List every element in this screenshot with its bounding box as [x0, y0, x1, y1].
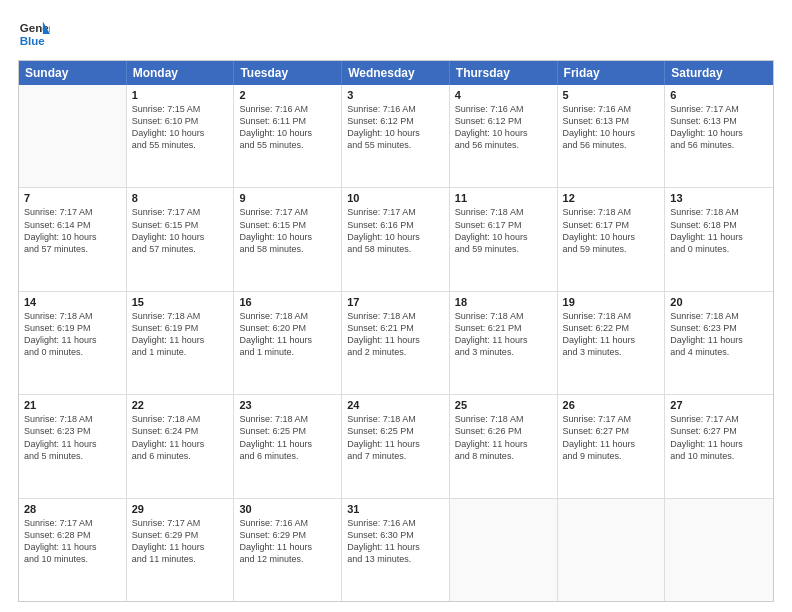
day-info: Sunrise: 7:17 AM Sunset: 6:28 PM Dayligh…	[24, 517, 121, 566]
day-number: 5	[563, 89, 660, 101]
day-number: 9	[239, 192, 336, 204]
weekday-header: Sunday	[19, 61, 127, 85]
calendar-cell: 5Sunrise: 7:16 AM Sunset: 6:13 PM Daylig…	[558, 85, 666, 187]
day-info: Sunrise: 7:18 AM Sunset: 6:26 PM Dayligh…	[455, 413, 552, 462]
day-info: Sunrise: 7:18 AM Sunset: 6:23 PM Dayligh…	[24, 413, 121, 462]
day-number: 2	[239, 89, 336, 101]
calendar-cell: 10Sunrise: 7:17 AM Sunset: 6:16 PM Dayli…	[342, 188, 450, 290]
day-number: 18	[455, 296, 552, 308]
day-info: Sunrise: 7:17 AM Sunset: 6:15 PM Dayligh…	[239, 206, 336, 255]
day-info: Sunrise: 7:18 AM Sunset: 6:17 PM Dayligh…	[455, 206, 552, 255]
calendar-cell: 20Sunrise: 7:18 AM Sunset: 6:23 PM Dayli…	[665, 292, 773, 394]
day-number: 31	[347, 503, 444, 515]
calendar: SundayMondayTuesdayWednesdayThursdayFrid…	[18, 60, 774, 602]
day-number: 4	[455, 89, 552, 101]
calendar-row: 28Sunrise: 7:17 AM Sunset: 6:28 PM Dayli…	[19, 499, 773, 601]
calendar-cell: 22Sunrise: 7:18 AM Sunset: 6:24 PM Dayli…	[127, 395, 235, 497]
day-info: Sunrise: 7:18 AM Sunset: 6:19 PM Dayligh…	[132, 310, 229, 359]
calendar-cell: 9Sunrise: 7:17 AM Sunset: 6:15 PM Daylig…	[234, 188, 342, 290]
calendar-row: 21Sunrise: 7:18 AM Sunset: 6:23 PM Dayli…	[19, 395, 773, 498]
calendar-cell: 19Sunrise: 7:18 AM Sunset: 6:22 PM Dayli…	[558, 292, 666, 394]
calendar-cell: 30Sunrise: 7:16 AM Sunset: 6:29 PM Dayli…	[234, 499, 342, 601]
day-info: Sunrise: 7:16 AM Sunset: 6:11 PM Dayligh…	[239, 103, 336, 152]
day-info: Sunrise: 7:17 AM Sunset: 6:29 PM Dayligh…	[132, 517, 229, 566]
day-number: 19	[563, 296, 660, 308]
day-info: Sunrise: 7:17 AM Sunset: 6:16 PM Dayligh…	[347, 206, 444, 255]
day-info: Sunrise: 7:17 AM Sunset: 6:27 PM Dayligh…	[563, 413, 660, 462]
header: General Blue	[18, 18, 774, 50]
weekday-header: Tuesday	[234, 61, 342, 85]
calendar-cell: 2Sunrise: 7:16 AM Sunset: 6:11 PM Daylig…	[234, 85, 342, 187]
day-number: 17	[347, 296, 444, 308]
day-info: Sunrise: 7:16 AM Sunset: 6:29 PM Dayligh…	[239, 517, 336, 566]
calendar-cell: 8Sunrise: 7:17 AM Sunset: 6:15 PM Daylig…	[127, 188, 235, 290]
day-number: 6	[670, 89, 768, 101]
day-info: Sunrise: 7:16 AM Sunset: 6:13 PM Dayligh…	[563, 103, 660, 152]
day-number: 28	[24, 503, 121, 515]
calendar-cell: 13Sunrise: 7:18 AM Sunset: 6:18 PM Dayli…	[665, 188, 773, 290]
calendar-cell: 28Sunrise: 7:17 AM Sunset: 6:28 PM Dayli…	[19, 499, 127, 601]
logo: General Blue	[18, 18, 50, 50]
day-info: Sunrise: 7:16 AM Sunset: 6:30 PM Dayligh…	[347, 517, 444, 566]
day-info: Sunrise: 7:17 AM Sunset: 6:27 PM Dayligh…	[670, 413, 768, 462]
day-info: Sunrise: 7:18 AM Sunset: 6:17 PM Dayligh…	[563, 206, 660, 255]
weekday-header: Saturday	[665, 61, 773, 85]
calendar-cell	[19, 85, 127, 187]
day-number: 15	[132, 296, 229, 308]
calendar-row: 7Sunrise: 7:17 AM Sunset: 6:14 PM Daylig…	[19, 188, 773, 291]
day-number: 20	[670, 296, 768, 308]
day-number: 26	[563, 399, 660, 411]
day-info: Sunrise: 7:18 AM Sunset: 6:23 PM Dayligh…	[670, 310, 768, 359]
calendar-cell: 1Sunrise: 7:15 AM Sunset: 6:10 PM Daylig…	[127, 85, 235, 187]
calendar-cell: 24Sunrise: 7:18 AM Sunset: 6:25 PM Dayli…	[342, 395, 450, 497]
day-info: Sunrise: 7:16 AM Sunset: 6:12 PM Dayligh…	[455, 103, 552, 152]
day-info: Sunrise: 7:16 AM Sunset: 6:12 PM Dayligh…	[347, 103, 444, 152]
calendar-row: 1Sunrise: 7:15 AM Sunset: 6:10 PM Daylig…	[19, 85, 773, 188]
day-number: 11	[455, 192, 552, 204]
day-info: Sunrise: 7:18 AM Sunset: 6:25 PM Dayligh…	[347, 413, 444, 462]
day-number: 13	[670, 192, 768, 204]
day-number: 22	[132, 399, 229, 411]
day-number: 1	[132, 89, 229, 101]
calendar-cell: 29Sunrise: 7:17 AM Sunset: 6:29 PM Dayli…	[127, 499, 235, 601]
day-number: 30	[239, 503, 336, 515]
day-number: 10	[347, 192, 444, 204]
day-info: Sunrise: 7:18 AM Sunset: 6:21 PM Dayligh…	[455, 310, 552, 359]
calendar-cell: 7Sunrise: 7:17 AM Sunset: 6:14 PM Daylig…	[19, 188, 127, 290]
weekday-header: Wednesday	[342, 61, 450, 85]
calendar-row: 14Sunrise: 7:18 AM Sunset: 6:19 PM Dayli…	[19, 292, 773, 395]
calendar-cell: 11Sunrise: 7:18 AM Sunset: 6:17 PM Dayli…	[450, 188, 558, 290]
day-number: 8	[132, 192, 229, 204]
day-number: 29	[132, 503, 229, 515]
day-number: 16	[239, 296, 336, 308]
day-number: 7	[24, 192, 121, 204]
weekday-header: Monday	[127, 61, 235, 85]
day-info: Sunrise: 7:17 AM Sunset: 6:15 PM Dayligh…	[132, 206, 229, 255]
calendar-cell: 25Sunrise: 7:18 AM Sunset: 6:26 PM Dayli…	[450, 395, 558, 497]
day-info: Sunrise: 7:18 AM Sunset: 6:20 PM Dayligh…	[239, 310, 336, 359]
page: General Blue SundayMondayTuesdayWednesda…	[0, 0, 792, 612]
day-number: 23	[239, 399, 336, 411]
calendar-body: 1Sunrise: 7:15 AM Sunset: 6:10 PM Daylig…	[19, 85, 773, 601]
day-info: Sunrise: 7:18 AM Sunset: 6:25 PM Dayligh…	[239, 413, 336, 462]
calendar-cell: 23Sunrise: 7:18 AM Sunset: 6:25 PM Dayli…	[234, 395, 342, 497]
day-info: Sunrise: 7:18 AM Sunset: 6:19 PM Dayligh…	[24, 310, 121, 359]
calendar-cell: 21Sunrise: 7:18 AM Sunset: 6:23 PM Dayli…	[19, 395, 127, 497]
calendar-cell: 18Sunrise: 7:18 AM Sunset: 6:21 PM Dayli…	[450, 292, 558, 394]
day-number: 24	[347, 399, 444, 411]
calendar-cell: 15Sunrise: 7:18 AM Sunset: 6:19 PM Dayli…	[127, 292, 235, 394]
calendar-cell: 12Sunrise: 7:18 AM Sunset: 6:17 PM Dayli…	[558, 188, 666, 290]
day-info: Sunrise: 7:17 AM Sunset: 6:13 PM Dayligh…	[670, 103, 768, 152]
calendar-cell: 3Sunrise: 7:16 AM Sunset: 6:12 PM Daylig…	[342, 85, 450, 187]
calendar-cell: 14Sunrise: 7:18 AM Sunset: 6:19 PM Dayli…	[19, 292, 127, 394]
calendar-cell: 6Sunrise: 7:17 AM Sunset: 6:13 PM Daylig…	[665, 85, 773, 187]
day-number: 3	[347, 89, 444, 101]
calendar-cell: 26Sunrise: 7:17 AM Sunset: 6:27 PM Dayli…	[558, 395, 666, 497]
day-number: 14	[24, 296, 121, 308]
calendar-cell	[450, 499, 558, 601]
day-info: Sunrise: 7:15 AM Sunset: 6:10 PM Dayligh…	[132, 103, 229, 152]
day-info: Sunrise: 7:17 AM Sunset: 6:14 PM Dayligh…	[24, 206, 121, 255]
calendar-cell: 31Sunrise: 7:16 AM Sunset: 6:30 PM Dayli…	[342, 499, 450, 601]
day-number: 21	[24, 399, 121, 411]
calendar-cell	[558, 499, 666, 601]
